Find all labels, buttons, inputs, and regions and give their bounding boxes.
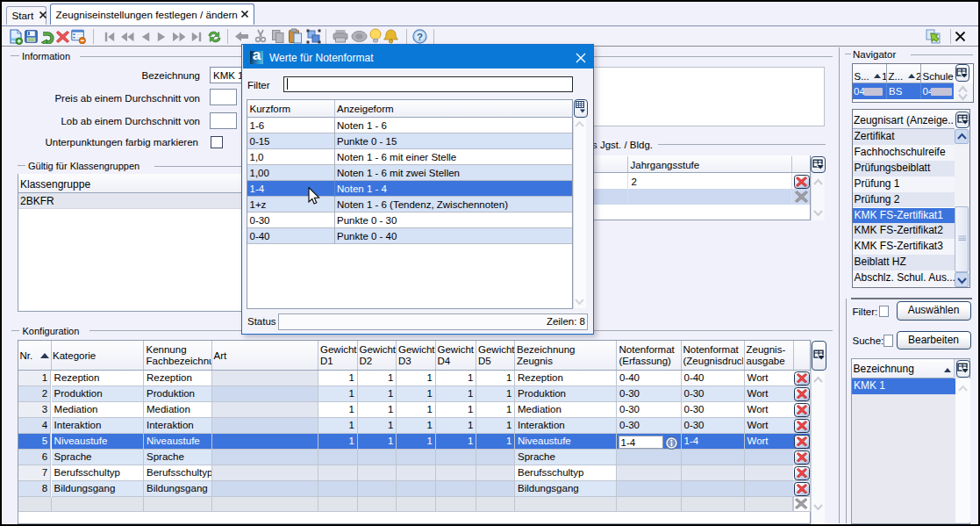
svg-text:?: ? [417,32,423,42]
